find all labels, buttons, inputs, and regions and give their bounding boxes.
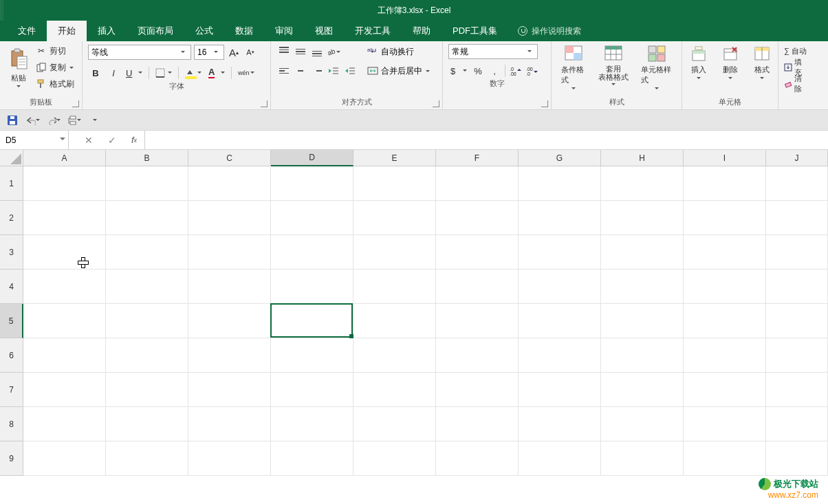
cell[interactable] [188, 270, 271, 304]
column-header[interactable]: I [684, 150, 766, 166]
cell[interactable] [766, 235, 828, 270]
undo-button[interactable] [26, 113, 40, 127]
dialog-launcher-icon[interactable] [72, 100, 79, 107]
cell[interactable] [106, 338, 188, 373]
cell[interactable] [23, 373, 106, 407]
tab-insert[interactable]: 插入 [87, 21, 127, 41]
cell[interactable] [353, 338, 436, 373]
cell[interactable] [188, 166, 271, 201]
column-header[interactable]: B [106, 150, 188, 166]
tab-data[interactable]: 数据 [224, 21, 264, 41]
cell[interactable] [519, 338, 601, 373]
grow-font-button[interactable]: A▴ [227, 45, 241, 60]
phonetic-button[interactable]: wén [236, 65, 257, 80]
cell[interactable] [601, 338, 684, 373]
cell[interactable] [601, 235, 684, 270]
insert-cells-button[interactable]: 插入 [685, 44, 712, 81]
redo-button[interactable] [47, 113, 61, 127]
cell[interactable] [271, 338, 353, 373]
cell[interactable] [271, 235, 353, 270]
decrease-indent-button[interactable] [326, 63, 341, 78]
cell[interactable] [519, 441, 601, 476]
font-color-button[interactable]: A [206, 65, 227, 80]
cell[interactable] [766, 304, 828, 338]
cell[interactable] [23, 304, 106, 338]
cell[interactable] [436, 166, 519, 201]
cell[interactable] [106, 166, 188, 201]
column-header[interactable]: J [766, 150, 828, 166]
column-header[interactable]: E [353, 150, 436, 166]
cell[interactable] [766, 270, 828, 304]
cell[interactable] [23, 407, 106, 441]
row-header[interactable]: 9 [0, 441, 23, 476]
fill-button[interactable]: 填充 [784, 61, 807, 74]
cell[interactable] [436, 338, 519, 373]
column-header[interactable]: C [188, 150, 271, 166]
cell[interactable] [519, 270, 601, 304]
tab-home[interactable]: 开始 [47, 21, 87, 41]
align-right-button[interactable] [309, 63, 325, 78]
row-header[interactable]: 1 [0, 166, 23, 201]
underline-button[interactable]: U [124, 65, 144, 80]
cells-area[interactable] [23, 166, 828, 490]
cell[interactable] [271, 407, 353, 441]
fx-icon[interactable]: fx [124, 135, 144, 145]
cell[interactable] [353, 201, 436, 235]
cell[interactable] [684, 407, 766, 441]
tab-help[interactable]: 帮助 [402, 21, 442, 41]
cell[interactable] [188, 338, 271, 373]
row-header[interactable]: 5 [0, 304, 23, 338]
cell[interactable] [766, 441, 828, 476]
cell[interactable] [519, 166, 601, 201]
shrink-font-button[interactable]: A▾ [243, 45, 257, 60]
column-header[interactable]: G [519, 150, 601, 166]
font-name-combo[interactable]: 等线 [88, 45, 191, 60]
qat-customize-button[interactable] [88, 113, 102, 127]
cell[interactable] [684, 338, 766, 373]
wrap-text-button[interactable]: ab 自动换行 [367, 44, 431, 59]
cancel-formula-button[interactable]: ✕ [77, 135, 100, 146]
decrease-decimal-button[interactable]: .00.0 [525, 63, 540, 78]
cell[interactable] [519, 304, 601, 338]
border-button[interactable] [153, 65, 174, 80]
cell[interactable] [271, 201, 353, 235]
save-button[interactable] [6, 113, 19, 127]
column-header[interactable]: A [23, 150, 106, 166]
dialog-launcher-icon[interactable] [261, 100, 268, 107]
increase-decimal-button[interactable]: .0.00 [508, 63, 523, 78]
tab-file[interactable]: 文件 [7, 21, 47, 41]
format-painter-button[interactable]: 格式刷 [36, 77, 74, 91]
cell[interactable] [766, 338, 828, 373]
formula-input[interactable] [145, 131, 828, 149]
cell[interactable] [23, 441, 106, 476]
column-header[interactable]: D [271, 150, 353, 166]
cell[interactable] [106, 304, 188, 338]
cell[interactable] [766, 201, 828, 235]
cell[interactable] [684, 304, 766, 338]
cell[interactable] [684, 441, 766, 476]
format-as-table-button[interactable]: 套用 表格格式 [594, 44, 633, 87]
tab-view[interactable]: 视图 [304, 21, 344, 41]
accounting-format-button[interactable]: $ [448, 63, 469, 78]
cell[interactable] [188, 373, 271, 407]
paste-button[interactable]: 粘贴 [6, 44, 32, 91]
cell[interactable] [601, 441, 684, 476]
row-header[interactable]: 2 [0, 201, 23, 235]
name-box[interactable]: D5 [0, 131, 69, 149]
tab-pdf-tools[interactable]: PDF工具集 [442, 21, 508, 41]
cell[interactable] [601, 201, 684, 235]
cell[interactable] [519, 201, 601, 235]
bold-button[interactable]: B [88, 65, 103, 80]
cell[interactable] [766, 166, 828, 201]
cell[interactable] [436, 201, 519, 235]
tab-page-layout[interactable]: 页面布局 [127, 21, 184, 41]
dialog-launcher-icon[interactable] [541, 100, 548, 107]
cut-button[interactable]: ✂ 剪切 [36, 44, 74, 58]
tab-review[interactable]: 审阅 [264, 21, 304, 41]
row-header[interactable]: 6 [0, 338, 23, 373]
cell[interactable] [353, 235, 436, 270]
cell[interactable] [271, 166, 353, 201]
cell[interactable] [436, 235, 519, 270]
cell[interactable] [106, 201, 188, 235]
cell[interactable] [353, 166, 436, 201]
